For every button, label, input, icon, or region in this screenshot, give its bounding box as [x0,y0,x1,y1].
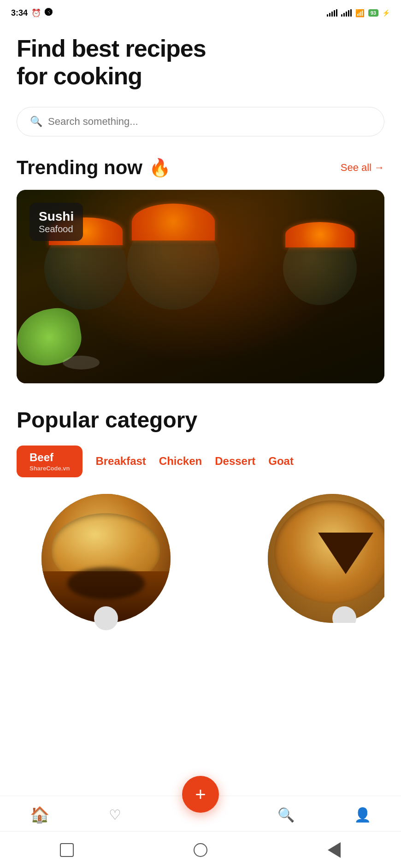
tab-beef-label: Beef [29,451,53,463]
food-card-circle-1 [41,494,171,623]
card-subtitle: Seafood [39,224,73,234]
main-content: Find best recipes for cooking 🔍 Trending… [0,26,401,632]
search-nav-icon: 🔍 [277,807,295,823]
search-input[interactable] [48,116,371,128]
trending-card-label: Sushi Seafood [29,203,83,241]
circle-icon [194,843,207,857]
tab-goat-label: Goat [268,455,294,467]
triangle-icon [328,842,341,858]
home-button[interactable] [189,839,212,861]
square-icon [60,843,74,857]
pie-slice-cut [318,533,373,574]
food-card-2[interactable] [206,494,384,623]
tab-beef[interactable]: Beef ShareCode.vn [17,446,83,477]
system-bar [0,831,401,868]
food-card-circle-2 [268,494,385,623]
tab-chicken-label: Chicken [159,455,202,467]
trending-title: Trending now 🔥 [17,157,171,179]
category-tabs: Beef ShareCode.vn Breakfast Chicken Dess… [17,446,384,479]
trending-section-header: Trending now 🔥 See all → [17,157,384,179]
watermark-text: ShareCode.vn [29,465,70,472]
nav-favorites[interactable]: ♡ [109,807,121,823]
rice-detail [63,356,100,369]
signal-bar [327,14,328,17]
trending-title-text: Trending now [17,157,142,179]
popular-category-section: Popular category Beef ShareCode.vn Break… [17,407,384,632]
status-bar: 3:34 ⏰ 🅢 📶 93 ⚡ [0,0,401,26]
signal-bar [348,10,349,17]
signal-bars-1 [327,9,337,17]
back-button[interactable] [323,839,345,861]
signal-bar [331,12,333,17]
status-icons: 📶 93 ⚡ [327,9,390,18]
signal-bar [343,13,345,17]
home-icon: 🏠 [30,805,49,824]
see-all-text: See all [341,162,372,174]
arrow-right-icon: → [374,162,384,174]
hero-line1: Find best recipes [17,35,384,63]
see-all-link[interactable]: See all → [341,162,384,174]
signal-bar [329,13,330,17]
signal-bar [334,10,335,17]
food-card-avatar-1 [94,606,118,630]
charging-icon: ⚡ [382,9,390,17]
alarm-icon: ⏰ [31,8,41,18]
popular-category-title: Popular category [17,407,384,433]
recent-apps-button[interactable] [56,839,78,861]
wifi-icon: 📶 [355,9,365,18]
plus-icon: + [195,784,206,805]
signal-bars-2 [341,9,352,17]
tab-dessert[interactable]: Dessert [215,449,255,473]
signal-bar [341,14,342,17]
sim-icon: 🅢 [45,8,53,18]
tab-breakfast[interactable]: Breakfast [95,449,146,473]
battery-badge: 93 [368,9,378,17]
food-card-1[interactable] [17,494,195,623]
food-cards-row [17,494,384,632]
signal-bar [350,9,352,17]
signal-bar [336,9,337,17]
status-time: 3:34 ⏰ 🅢 [11,8,53,18]
nav-profile[interactable]: 👤 [354,807,371,823]
pie-image-1 [41,494,171,623]
hero-title: Find best recipes for cooking [17,35,384,90]
trending-card[interactable]: Sushi Seafood [17,190,384,383]
signal-bar [346,12,347,17]
tab-goat[interactable]: Goat [268,449,294,473]
search-icon: 🔍 [30,116,42,128]
tab-breakfast-label: Breakfast [95,455,146,467]
person-icon: 👤 [354,807,371,823]
heart-icon: ♡ [109,807,121,823]
hero-line2: for cooking [17,63,384,90]
add-fab-button[interactable]: + [182,776,219,813]
pie-shadow [67,567,145,599]
nav-home[interactable]: 🏠 [30,805,49,824]
pie-image-2 [268,494,385,623]
tab-dessert-label: Dessert [215,455,255,467]
fire-icon: 🔥 [149,158,171,178]
time-display: 3:34 [11,8,28,18]
card-title: Sushi [39,209,74,224]
tab-chicken[interactable]: Chicken [159,449,202,473]
nav-search[interactable]: 🔍 [277,807,295,823]
search-bar[interactable]: 🔍 [17,107,384,136]
